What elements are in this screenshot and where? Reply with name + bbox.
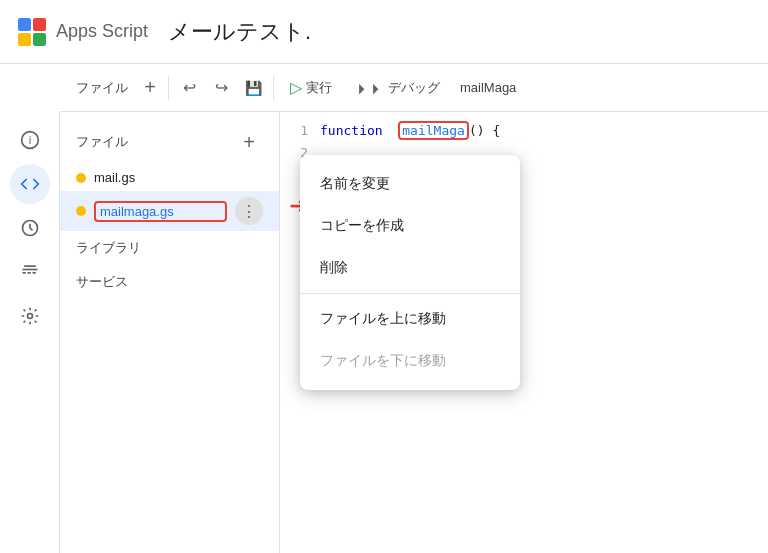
context-menu-copy[interactable]: コピーを作成 <box>300 205 520 247</box>
context-menu-rename[interactable]: 名前を変更 <box>300 163 520 205</box>
sidebar-clock-button[interactable] <box>10 208 50 248</box>
svg-text:i: i <box>28 133 31 146</box>
undo-button[interactable]: ↩ <box>173 72 205 104</box>
file-menu-label[interactable]: ファイル <box>68 79 136 97</box>
function-selector[interactable]: mailMaga <box>452 76 524 99</box>
context-menu-move-down: ファイルを下に移動 <box>300 340 520 382</box>
code-funcname-mailmaga: mailMaga <box>398 121 469 140</box>
library-section[interactable]: ライブラリ <box>60 231 279 265</box>
run-icon: ▷ <box>290 78 302 97</box>
services-section[interactable]: サービス <box>60 265 279 299</box>
debug-label: デバッグ <box>388 79 440 97</box>
svg-rect-9 <box>32 272 35 274</box>
run-label: 実行 <box>306 79 332 97</box>
file-name-mailmaga: mailmaga.gs <box>94 201 227 222</box>
file-panel-header: ファイル + <box>60 120 279 164</box>
logo-area: Apps Script <box>16 16 148 48</box>
add-file-panel-button[interactable]: + <box>235 128 263 156</box>
code-params: () { <box>469 123 500 138</box>
code-line-1: 1 function mailMaga() { <box>280 120 768 142</box>
project-title: メールテスト. <box>168 17 311 47</box>
svg-point-12 <box>27 314 32 319</box>
code-keyword-function: function <box>320 123 383 138</box>
context-menu: 名前を変更 コピーを作成 削除 ファイルを上に移動 ファイルを下に移動 <box>300 155 520 390</box>
file-more-button[interactable]: ⋮ <box>235 197 263 225</box>
debug-button[interactable]: ⏵⏵ デバッグ <box>344 72 452 104</box>
add-file-button[interactable]: + <box>136 74 164 102</box>
file-item-mail[interactable]: mail.gs <box>60 164 279 191</box>
context-menu-move-up[interactable]: ファイルを上に移動 <box>300 298 520 340</box>
run-button[interactable]: ▷ 実行 <box>278 72 344 104</box>
save-button[interactable]: 💾 <box>237 72 269 104</box>
sidebar-settings-button[interactable] <box>10 296 50 336</box>
code-content-1: function mailMaga() { <box>320 120 500 142</box>
svg-rect-2 <box>18 33 31 46</box>
debug-icon: ⏵⏵ <box>356 80 384 96</box>
toolbar-divider-2 <box>273 76 274 100</box>
sidebar-info-button[interactable]: i <box>10 120 50 160</box>
svg-rect-3 <box>33 33 46 46</box>
sidebar-code-button[interactable] <box>10 164 50 204</box>
file-name-mail: mail.gs <box>94 170 263 185</box>
sidebar-deploy-button[interactable] <box>10 252 50 292</box>
context-menu-divider <box>300 293 520 294</box>
file-panel: ファイル + mail.gs mailmaga.gs ⋮ ➜ ライブラリ サービ… <box>60 112 280 553</box>
apps-script-logo <box>16 16 48 48</box>
svg-rect-0 <box>18 18 31 31</box>
app-name-label: Apps Script <box>56 21 148 42</box>
sidebar-icons: i <box>0 112 60 553</box>
svg-rect-11 <box>24 265 36 267</box>
line-number-1: 1 <box>288 120 320 142</box>
svg-rect-1 <box>33 18 46 31</box>
file-dot-mailmaga <box>76 206 86 216</box>
svg-rect-10 <box>22 269 37 271</box>
svg-rect-8 <box>27 272 30 274</box>
file-panel-title: ファイル <box>76 133 128 151</box>
header: Apps Script メールテスト. <box>0 0 768 64</box>
file-item-mailmaga[interactable]: mailmaga.gs ⋮ ➜ <box>60 191 279 231</box>
toolbar-divider-1 <box>168 76 169 100</box>
context-menu-delete[interactable]: 削除 <box>300 247 520 289</box>
svg-rect-7 <box>22 272 25 274</box>
file-dot-mail <box>76 173 86 183</box>
redo-button[interactable]: ↪ <box>205 72 237 104</box>
